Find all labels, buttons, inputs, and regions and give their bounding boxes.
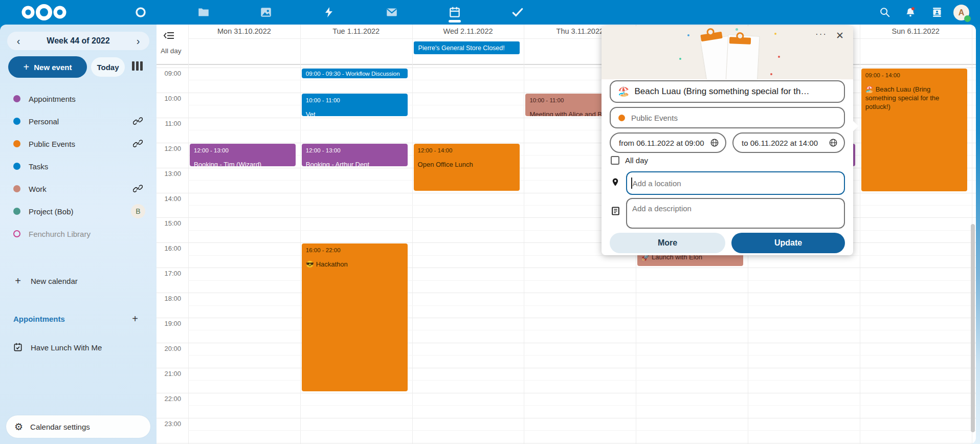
allday-event[interactable]: Pierre's General Store Closed! (414, 41, 520, 54)
nextcloud-calendar-app: A ‹ Week 44 of 2022 › + New event Today … (0, 0, 980, 444)
online-status-dot (964, 15, 971, 22)
sidebar-calendar-project-bob-[interactable]: Project (Bob)B (7, 200, 149, 223)
share-link-icon[interactable] (133, 139, 143, 149)
all-day-label: All day (625, 156, 648, 165)
notifications-bell-icon[interactable] (899, 0, 922, 25)
sidebar-calendar-personal[interactable]: Personal (7, 110, 149, 132)
new-calendar-label: New calendar (31, 277, 78, 285)
dashboard-icon[interactable] (129, 0, 152, 25)
new-event-label: New event (34, 63, 72, 72)
event-title: Booking - Arthur Dent (302, 154, 408, 166)
calendar-event[interactable]: 09:00 - 14:00🏖️ Beach Luau (Bring someth… (861, 69, 967, 191)
sidebar-calendar-public-events[interactable]: Public Events (7, 132, 149, 155)
hour-label: 20:00 (157, 345, 184, 352)
calendar-color-dot[interactable] (13, 163, 20, 170)
calendar-settings-label: Calendar settings (30, 423, 90, 431)
hour-gridline (157, 318, 976, 318)
share-link-icon[interactable] (133, 184, 143, 194)
calendar-color-dot[interactable] (13, 95, 20, 102)
appointments-section: Appointments + (13, 309, 146, 328)
event-title-field[interactable]: 🏖️ Beach Luau (Bring something special f… (610, 80, 845, 103)
vertical-scrollbar[interactable] (971, 224, 975, 432)
calendar-label: Public Events (29, 140, 133, 148)
active-app-indicator (449, 20, 461, 23)
start-datetime-field[interactable]: from 06.11.2022 at 09:00 (610, 132, 726, 153)
half-hour-gridline (188, 180, 976, 181)
checkbox-icon[interactable] (611, 156, 619, 165)
event-title: Vet (302, 104, 408, 116)
hour-gridline (157, 343, 976, 343)
previous-week-button[interactable]: ‹ (12, 35, 25, 47)
hour-label: 21:00 (157, 370, 184, 378)
calendar-event[interactable]: 10:00 - 11:00Vet (302, 94, 408, 116)
calendar-color-dot[interactable] (13, 118, 20, 125)
tasks-icon[interactable] (506, 0, 529, 25)
more-button[interactable]: More (610, 233, 725, 253)
location-placeholder: Add a location (633, 179, 681, 188)
week-switcher: ‹ Week 44 of 2022 › (7, 32, 149, 50)
description-input[interactable]: Add a description (626, 198, 845, 229)
event-time: 12:00 - 13:00 (302, 144, 408, 154)
search-icon[interactable] (874, 0, 896, 25)
timezone-globe-icon[interactable] (829, 138, 838, 147)
next-week-button[interactable]: › (132, 35, 144, 47)
sidebar-calendar-work[interactable]: Work (7, 177, 149, 200)
calendar-event[interactable]: 12:00 - 13:00Booking - Tim (Wizard) (190, 144, 296, 166)
description-placeholder: Add a description (632, 204, 692, 213)
end-datetime-field[interactable]: to 06.11.2022 at 14:00 (732, 132, 845, 153)
view-columns-icon[interactable] (132, 61, 143, 71)
day-header: Thu 3.11.2022 (556, 27, 604, 35)
update-button[interactable]: Update (731, 233, 845, 253)
location-input[interactable]: Add a location (626, 171, 845, 195)
calendar-color-dot[interactable] (13, 230, 20, 237)
calendar-event[interactable]: 12:00 - 14:00Open Office Lunch (414, 144, 520, 191)
nextcloud-logo[interactable] (19, 0, 69, 25)
new-event-button[interactable]: + New event (8, 56, 87, 78)
calendar-label: Tasks (29, 162, 149, 171)
event-title: 😎 Hackathon (302, 254, 408, 269)
mail-icon[interactable] (381, 0, 403, 25)
hour-gridline (157, 268, 976, 268)
plus-icon: + (24, 61, 30, 73)
appointment-item-label: Have Lunch With Me (31, 343, 102, 352)
hour-label: 10:00 (157, 95, 184, 102)
sidebar-calendar-tasks[interactable]: Tasks (7, 155, 149, 177)
hour-gridline (157, 418, 976, 418)
appointment-item[interactable]: Have Lunch With Me (7, 338, 149, 357)
calendar-color-dot[interactable] (13, 208, 20, 215)
calendar-label: Appointments (29, 95, 149, 103)
event-title: 🏖️ Beach Luau (Bring something special f… (861, 79, 967, 111)
popup-actions-icon[interactable]: ··· (815, 29, 827, 39)
event-title: 09:00 - 09:30 - Workflow Discussion (302, 70, 404, 77)
calendar-event[interactable]: 09:00 - 09:30 - Workflow Discussion (302, 69, 408, 78)
calendar-color-dot[interactable] (13, 140, 20, 147)
calendar-color-dot[interactable] (13, 185, 20, 192)
hour-label: 17:00 (157, 270, 184, 277)
event-editor-popup: ··· ✕ 🏖️ Beach Luau (Bring something spe… (602, 26, 853, 255)
end-datetime-value: to 06.11.2022 at 14:00 (742, 139, 818, 147)
files-icon[interactable] (192, 0, 215, 25)
collapse-sidebar-icon[interactable] (163, 31, 176, 41)
calendar-picker-field[interactable]: Public Events (610, 107, 845, 128)
timezone-globe-icon[interactable] (710, 138, 719, 147)
calendar-event[interactable]: 12:00 - 13:00Booking - Arthur Dent (302, 144, 408, 166)
today-button[interactable]: Today (91, 57, 125, 77)
sidebar: ‹ Week 44 of 2022 › + New event Today Ap… (0, 25, 157, 444)
photos-icon[interactable] (255, 0, 277, 25)
sidebar-calendar-fenchurch-library[interactable]: Fenchurch Library (7, 223, 149, 245)
sidebar-calendar-appointments[interactable]: Appointments (7, 87, 149, 110)
share-link-icon[interactable] (133, 116, 143, 126)
add-appointment-button[interactable]: + (132, 313, 138, 325)
close-icon[interactable]: ✕ (836, 30, 844, 41)
contacts-icon[interactable] (926, 0, 948, 25)
calendar-settings-button[interactable]: ⚙ Calendar settings (6, 415, 150, 438)
event-title-value: Beach Luau (Bring something special for … (634, 86, 844, 97)
day-separator-line (524, 25, 524, 444)
activity-icon[interactable] (318, 0, 340, 25)
day-header: Wed 2.11.2022 (443, 27, 493, 35)
all-day-checkbox[interactable]: All day (611, 156, 648, 165)
hour-gridline (157, 293, 976, 293)
calendar-event[interactable]: 16:00 - 22:00😎 Hackathon (302, 243, 408, 391)
new-calendar-button[interactable]: + New calendar (7, 272, 149, 290)
avatar[interactable]: A (953, 5, 969, 20)
